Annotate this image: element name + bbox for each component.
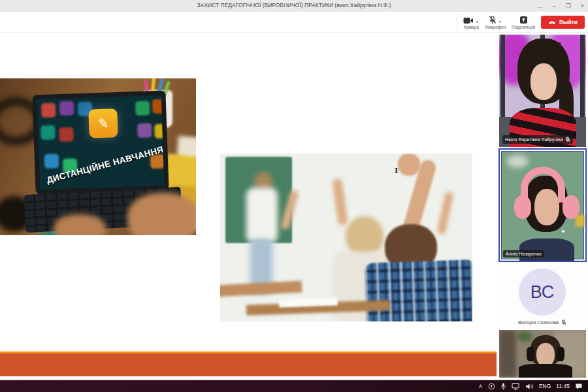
tray-microphone-icon[interactable] [500,382,506,390]
chevron-down-icon[interactable]: ▼ [498,20,502,23]
slide-orange-band [0,351,497,376]
camera-button[interactable]: ▼ Камера [463,16,479,29]
mic-muted-icon [561,319,566,325]
photo-window-bar [580,35,585,118]
photo-raised-arm [332,178,348,225]
participant-video-1[interactable]: Наіля Фаритівна Хайруліна [499,35,586,147]
tray-clock[interactable]: 11:45 [556,383,570,389]
photo-hand [127,193,196,235]
photo-teacher [246,188,278,243]
chevron-down-icon[interactable]: ▼ [475,20,479,23]
participant-video-2-active[interactable]: ◂▸ Аліна Назаренко [498,148,587,262]
photo-poster [576,215,585,227]
photo-window-bar [500,35,505,118]
microphone-button[interactable]: ▼ Микрофон [485,16,506,29]
participant-name-badge: Аліна Назаренко [503,250,544,257]
photo-laptop-screen: ✎ ДИСТАНЦІЙНЕ НАВЧАННЯ [32,90,169,194]
participants-panel: Наіля Фаритівна Хайруліна ◂▸ Аліна Назар… [497,33,588,379]
participant-hair [528,42,561,59]
phone-hangup-icon [548,20,556,25]
slide-photo-classroom [220,154,472,321]
shared-screen-stage: ✎ ДИСТАНЦІЙНЕ НАВЧАННЯ [0,33,497,379]
share-button[interactable]: Поделиться [512,16,535,29]
avatar-initials: ВС [531,282,555,302]
title-bar: ЗАХИСТ ПЕДАГОГІЧНОЇ (ВИРОБНИЧОЇ) ПРАКТИК… [0,0,588,12]
participant-face [536,343,555,367]
app-window: ЗАХИСТ ПЕДАГОГІЧНОЇ (ВИРОБНИЧОЇ) ПРАКТИК… [0,0,588,392]
participant-headphones [557,347,564,361]
photo-raised-hand [398,154,420,176]
participant-name: Вікторія Скачкова [518,319,559,325]
photo-student-blonde [346,216,384,257]
meeting-toolbar: Управлять Контент Чат 4 Уч [0,12,588,33]
tray-expand-icon[interactable]: ∧ [478,384,483,389]
window-controls: … – ❐ × [537,0,584,12]
photo-raised-arm [436,191,453,235]
leave-button[interactable]: Выйти [541,16,585,29]
participant-name-badge: Наіля Фаритівна Хайруліна [502,135,573,144]
more-options-icon[interactable]: … [537,3,543,9]
participant-video-4[interactable] [499,330,586,378]
photo-hand [54,214,106,235]
participant-name: Аліна Назаренко [506,252,542,256]
photo-plaid-shirt [364,259,472,321]
participant-face [534,189,559,225]
windows-taskbar: ∧ ENG 11:45 [0,379,588,392]
toolbar-device-group: ▼ Камера ▼ Микрофон Поделиться Выйти [457,12,585,33]
share-icon [519,16,528,24]
participant-headphones [563,195,580,219]
participant-face [531,63,557,100]
avatar: ВС [519,269,566,316]
close-icon[interactable]: × [581,3,584,9]
participant-name: Наіля Фаритівна Хайруліна [505,137,563,142]
photo-ceiling-light [506,155,529,168]
microphone-muted-icon [489,16,497,24]
meeting-main-area: ✎ ДИСТАНЦІЙНЕ НАВЧАННЯ [0,33,588,379]
photo-desk [220,281,302,297]
toolbar-separator [457,14,457,30]
slide-photo-distance-learning: ✎ ДИСТАНЦІЙНЕ НАВЧАННЯ [0,78,196,235]
tray-volume-icon[interactable] [525,383,534,390]
tray-app-icon[interactable] [488,383,495,390]
participant-shirt [519,364,572,378]
pencil-app-icon: ✎ [88,108,118,139]
photo-door [499,330,516,378]
participant-headphones [527,347,534,361]
participant-avatar-3[interactable]: ВС Вікторія Скачкова [497,263,588,330]
mic-muted-icon [565,137,570,142]
tray-language-indicator[interactable]: ENG [539,383,551,389]
text-cursor: I [395,167,398,175]
restore-icon[interactable]: ❐ [566,3,571,9]
window-title: ЗАХИСТ ПЕДАГОГІЧНОЇ (ВИРОБНИЧОЇ) ПРАКТИК… [0,2,588,8]
camera-icon [463,17,474,24]
photo-white-object: ◂▸ [561,228,564,234]
participant-headphones [514,195,531,219]
action-center-icon[interactable] [575,383,583,390]
system-tray: ∧ ENG 11:45 [478,382,583,390]
photo-plant [517,331,532,342]
minimize-icon[interactable]: – [553,3,556,9]
tray-network-icon[interactable] [512,383,520,390]
